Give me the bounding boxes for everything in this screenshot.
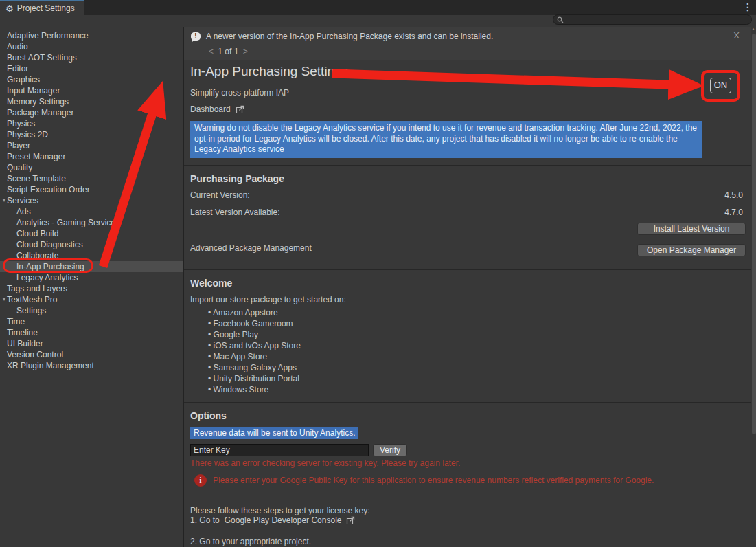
sidebar-divider xyxy=(183,27,184,547)
sidebar-item-timeline[interactable]: Timeline xyxy=(0,327,183,338)
gear-icon: ⚙ xyxy=(5,4,14,13)
sidebar-item-label: UI Builder xyxy=(7,339,43,348)
sidebar-item-label: Timeline xyxy=(7,328,38,337)
latest-version-value: 4.7.0 xyxy=(724,208,743,217)
sidebar-item-cloud-build[interactable]: Cloud Build xyxy=(0,228,183,239)
sidebar-item-ui-builder[interactable]: UI Builder xyxy=(0,338,183,349)
sidebar-item-quality[interactable]: Quality xyxy=(0,162,183,173)
scrollbar-thumb[interactable] xyxy=(752,34,756,434)
verify-button[interactable]: Verify xyxy=(373,444,407,456)
sidebar-item-physics-2d[interactable]: Physics 2D xyxy=(0,129,183,140)
sidebar-item-scene-template[interactable]: Scene Template xyxy=(0,173,183,184)
sidebar-item-collaborate[interactable]: Collaborate xyxy=(0,250,183,261)
dashboard-label: Dashboard xyxy=(190,104,231,114)
google-play-console-link[interactable]: Google Play Developer Console xyxy=(225,515,342,525)
google-key-note: Please enter your Google Public Key for … xyxy=(213,476,748,485)
sidebar-item-label: XR Plugin Management xyxy=(7,361,94,370)
step-2: 2. Go to your appropriate project. xyxy=(190,537,311,546)
page-title: In-App Purchasing Settings xyxy=(190,64,348,79)
simplify-label: Simplify cross-platform IAP xyxy=(190,88,289,98)
tab-project-settings[interactable]: ⚙ Project Settings xyxy=(0,0,84,15)
steps-intro: Please follow these steps to get your li… xyxy=(190,506,369,515)
alert-bubble-icon: ! xyxy=(191,32,201,41)
sidebar-item-cloud-diagnostics[interactable]: Cloud Diagnostics xyxy=(0,239,183,250)
sidebar-item-textmesh-pro[interactable]: ▼TextMesh Pro xyxy=(0,294,183,305)
sidebar-item-tags-and-layers[interactable]: Tags and Layers xyxy=(0,283,183,294)
install-latest-version-button[interactable]: Install Latest Version xyxy=(637,223,746,235)
settings-sidebar: Adaptive PerformanceAudioBurst AOT Setti… xyxy=(0,30,183,371)
options-heading: Options xyxy=(190,410,227,421)
welcome-heading: Welcome xyxy=(190,278,232,289)
sidebar-item-graphics[interactable]: Graphics xyxy=(0,74,183,85)
purchasing-package-heading: Purchasing Package xyxy=(190,173,284,184)
iap-on-toggle[interactable]: ON xyxy=(710,78,731,93)
store-list-item: Facebook Gameroom xyxy=(208,318,301,329)
sidebar-item-label: Script Execution Order xyxy=(7,185,90,194)
sidebar-item-ads[interactable]: Ads xyxy=(0,206,183,217)
sidebar-item-physics[interactable]: Physics xyxy=(0,118,183,129)
sidebar-item-label: In-App Purchasing xyxy=(16,262,84,271)
tab-title: Project Settings xyxy=(17,3,75,13)
sidebar-item-label: Tags and Layers xyxy=(7,284,67,293)
step-1: 1. Go to Google Play Developer Console xyxy=(190,515,355,525)
sidebar-item-input-manager[interactable]: Input Manager xyxy=(0,85,183,96)
section-divider xyxy=(184,402,751,403)
sidebar-item-in-app-purchasing[interactable]: In-App Purchasing xyxy=(0,261,183,272)
sidebar-item-label: Legacy Analytics xyxy=(16,273,78,282)
sidebar-item-label: Preset Manager xyxy=(7,152,65,161)
sidebar-item-label: Package Manager xyxy=(7,108,73,118)
annotation-arrow-right xyxy=(332,74,688,85)
sidebar-item-label: Cloud Build xyxy=(16,229,58,238)
sidebar-item-settings[interactable]: Settings xyxy=(0,305,183,316)
sidebar-item-label: Collaborate xyxy=(16,251,58,260)
kebab-menu-icon[interactable]: ⋮ xyxy=(743,1,753,12)
sidebar-item-audio[interactable]: Audio xyxy=(0,41,183,52)
banner-message: A newer version of the In-App Purchasing… xyxy=(206,32,493,41)
external-link-icon xyxy=(346,516,355,525)
pager-next-button[interactable]: > xyxy=(241,47,250,56)
sidebar-item-script-execution-order[interactable]: Script Execution Order xyxy=(0,184,183,195)
pager-prev-button[interactable]: < xyxy=(207,47,216,56)
section-divider xyxy=(184,165,751,166)
foldout-icon[interactable]: ▼ xyxy=(1,294,8,305)
sidebar-item-label: Settings xyxy=(16,306,46,315)
sidebar-item-label: Graphics xyxy=(7,75,40,85)
store-list: Amazon AppstoreFacebook GameroomGoogle P… xyxy=(208,307,301,395)
banner-close-button[interactable]: X xyxy=(733,30,740,41)
sidebar-item-label: Player xyxy=(7,141,30,150)
store-list-item: Unity Distribution Portal xyxy=(208,373,301,384)
sidebar-item-memory-settings[interactable]: Memory Settings xyxy=(0,96,183,107)
sidebar-item-legacy-analytics[interactable]: Legacy Analytics xyxy=(0,272,183,283)
section-divider xyxy=(184,269,751,270)
search-icon xyxy=(557,16,564,23)
foldout-icon[interactable]: ▼ xyxy=(1,195,8,206)
sidebar-item-analytics-gaming-services[interactable]: Analytics - Gaming Services xyxy=(0,217,183,228)
store-list-item: Samsung Galaxy Apps xyxy=(208,362,301,373)
sidebar-item-xr-plugin-management[interactable]: XR Plugin Management xyxy=(0,360,183,371)
open-package-manager-button[interactable]: Open Package Manager xyxy=(637,244,746,256)
sidebar-item-label: Services xyxy=(7,196,38,205)
sidebar-item-version-control[interactable]: Version Control xyxy=(0,349,183,360)
sidebar-item-burst-aot-settings[interactable]: Burst AOT Settings xyxy=(0,52,183,63)
sidebar-item-label: Scene Template xyxy=(7,174,66,183)
store-list-item: Google Play xyxy=(208,329,301,340)
sidebar-item-editor[interactable]: Editor xyxy=(0,63,183,74)
sidebar-item-label: Audio xyxy=(7,42,28,52)
scroll-up-arrow[interactable]: ▲ xyxy=(751,27,756,31)
google-key-input[interactable] xyxy=(190,444,369,456)
sidebar-item-time[interactable]: Time xyxy=(0,316,183,327)
sidebar-item-label: TextMesh Pro xyxy=(7,295,57,304)
sidebar-item-preset-manager[interactable]: Preset Manager xyxy=(0,151,183,162)
search-input[interactable] xyxy=(553,14,752,25)
sidebar-item-label: Burst AOT Settings xyxy=(7,53,77,63)
sidebar-item-package-manager[interactable]: Package Manager xyxy=(0,107,183,118)
sidebar-item-adaptive-performance[interactable]: Adaptive Performance xyxy=(0,30,183,41)
legacy-analytics-warning: Warning do not disable the Legacy Analyt… xyxy=(190,121,702,158)
sidebar-item-label: Input Manager xyxy=(7,86,60,96)
store-list-item: Amazon Appstore xyxy=(208,307,301,318)
dashboard-link[interactable]: Dashboard xyxy=(190,104,244,114)
notification-banner: ! A newer version of the In-App Purchasi… xyxy=(184,27,751,60)
advanced-package-label: Advanced Package Management xyxy=(190,243,312,253)
sidebar-item-player[interactable]: Player xyxy=(0,140,183,151)
sidebar-item-services[interactable]: ▼Services xyxy=(0,195,183,206)
